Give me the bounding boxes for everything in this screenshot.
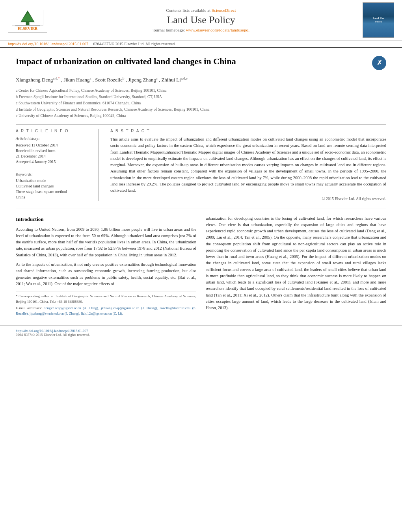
- article-info-panel: A R T I C L E I N F O Article history: R…: [16, 129, 99, 200]
- accepted-date: Accepted 4 January 2015: [16, 159, 92, 164]
- elsevier-logo-area: ELSEVIER: [8, 8, 55, 33]
- affil-d: d Institute of Geographic Sciences and N…: [16, 106, 386, 113]
- author3-name: , Scott Rozelle: [93, 77, 123, 83]
- footnotes-section: * Corresponding author at: Institute of …: [16, 291, 196, 316]
- journal-info-center: Contents lists available at ScienceDirec…: [55, 8, 347, 32]
- affiliations: a Center for Chinese Agricultural Policy…: [16, 87, 386, 119]
- main-content: Impact of urbanization on cultivated lan…: [0, 48, 402, 325]
- author1-sup: a,d,: [53, 76, 58, 80]
- author2-name: , Jikun Huang: [61, 77, 90, 83]
- affil-b: b Freeman Spogli Institute for Internati…: [16, 94, 386, 100]
- revised-date: 21 December 2014: [16, 154, 92, 158]
- keyword-1: Urbanization mode: [16, 178, 92, 183]
- author1-asterisk: *: [58, 76, 60, 80]
- email4-link[interactable]: jipzhang@swufe.edu.cn (J. Zhang),: [30, 311, 80, 315]
- keyword-4: China: [16, 195, 92, 199]
- author4-name: , Jipeng Zhang: [126, 77, 156, 83]
- author5-sup: a,d,e: [181, 76, 188, 80]
- elsevier-text: ELSEVIER: [18, 26, 38, 31]
- info-abstract-section: A R T I C L E I N F O Article history: R…: [16, 124, 386, 200]
- contents-link: Contents lists available at ScienceDirec…: [55, 8, 347, 13]
- affil-a: a Center for Chinese Agricultural Policy…: [16, 87, 386, 94]
- bottom-doi-link[interactable]: http://dx.doi.org/10.1016/j.landusepol.2…: [16, 329, 88, 333]
- email5-link[interactable]: lizh.12s@igsnrr.ac.cn (Z. Li).: [81, 311, 123, 315]
- keyword-3: Three-stage least-square method: [16, 189, 92, 194]
- abstract-body: This article aims to evaluate the impact…: [110, 136, 386, 194]
- footnote-emails: E-mail addresses: dengxz.ccap@igsnrr.ac.…: [16, 306, 196, 316]
- introduction-heading: Introduction: [16, 215, 196, 223]
- copyright-text: © 2015 Elsevier Ltd. All rights reserved…: [110, 196, 386, 201]
- body-col-right: urbanization for developing countries is…: [206, 215, 386, 318]
- abstract-panel: A B S T R A C T This article aims to eva…: [110, 129, 386, 200]
- journal-homepage: journal homepage: www.elsevier.com/locat…: [55, 28, 347, 32]
- crossmark-icon: ✗: [372, 56, 386, 70]
- abstract-title: A B S T R A C T: [110, 129, 386, 133]
- author1-name: Xiangzheng Deng: [16, 77, 53, 83]
- history-label: Article history:: [16, 136, 92, 141]
- journal-cover-area: Land Use Policy: [347, 2, 394, 38]
- bottom-issn: 0264-8377/© 2015 Elsevier Ltd. All right…: [16, 333, 90, 337]
- sciencedirect-link[interactable]: ScienceDirect: [212, 8, 236, 13]
- info-divider: [16, 168, 92, 168]
- affil-e: e University of Chinese Academy of Scien…: [16, 113, 386, 119]
- doi-link[interactable]: http://dx.doi.org/10.1016/j.landusepol.2…: [8, 42, 88, 46]
- email-label: E-mail addresses:: [16, 306, 42, 310]
- elsevier-tree-logo: [12, 10, 43, 26]
- article-title: Impact of urbanization on cultivated lan…: [16, 56, 368, 67]
- authors-line: Xiangzheng Denga,d,* , Jikun Huanga , Sc…: [16, 76, 386, 84]
- bottom-info: http://dx.doi.org/10.1016/j.landusepol.2…: [0, 325, 402, 340]
- doi-banner: http://dx.doi.org/10.1016/j.landusepol.2…: [0, 41, 402, 48]
- journal-title: Land Use Policy: [55, 14, 347, 26]
- journal-url-link[interactable]: www.elsevier.com/locate/landusepol: [186, 28, 249, 32]
- received-date: Received 11 October 2014: [16, 143, 92, 147]
- body-columns: Introduction According to United Nations…: [16, 215, 386, 318]
- journal-cover-image: Land Use Policy: [363, 2, 394, 38]
- col2-para1: urbanization for developing countries is…: [206, 215, 386, 311]
- keyword-2: Cultivated land changes: [16, 184, 92, 188]
- article-title-area: Impact of urbanization on cultivated lan…: [16, 56, 386, 70]
- intro-para1: According to United Nations, from 2009 t…: [16, 226, 196, 258]
- affil-c: c Southwestern University of Finance and…: [16, 100, 386, 106]
- issn-text: 0264-8377/© 2015 Elsevier Ltd. All right…: [93, 42, 175, 46]
- body-divider: [16, 208, 386, 208]
- author2-sup: a: [90, 76, 91, 80]
- cover-title-line2: Policy: [375, 20, 382, 24]
- author3-sup: b: [123, 76, 125, 80]
- crossmark-logo[interactable]: ✗: [372, 56, 386, 70]
- received-revised-label: Received in revised form: [16, 148, 92, 153]
- keywords-label: Keywords:: [16, 172, 92, 176]
- author4-sup: c: [156, 76, 158, 80]
- footnote-corresponding: * Corresponding author at: Institute of …: [16, 294, 196, 304]
- email1-link[interactable]: dengxz.ccap@igsnrr.ac.cn (X. Deng),: [44, 306, 99, 310]
- body-col-left: Introduction According to United Nations…: [16, 215, 196, 318]
- svg-marker-2: [21, 13, 34, 21]
- journal-header: ELSEVIER Contents lists available at Sci…: [0, 0, 402, 41]
- author5-name: , Zhihui Li: [159, 77, 181, 83]
- email2-link[interactable]: jkhuang.ccap@igsnrr.ac.cn (J. Huang),: [101, 306, 158, 310]
- article-info-title: A R T I C L E I N F O: [16, 129, 92, 133]
- intro-para2: As to the impacts of urbanization, it no…: [16, 261, 196, 287]
- cover-title-line1: Land Use: [373, 17, 384, 20]
